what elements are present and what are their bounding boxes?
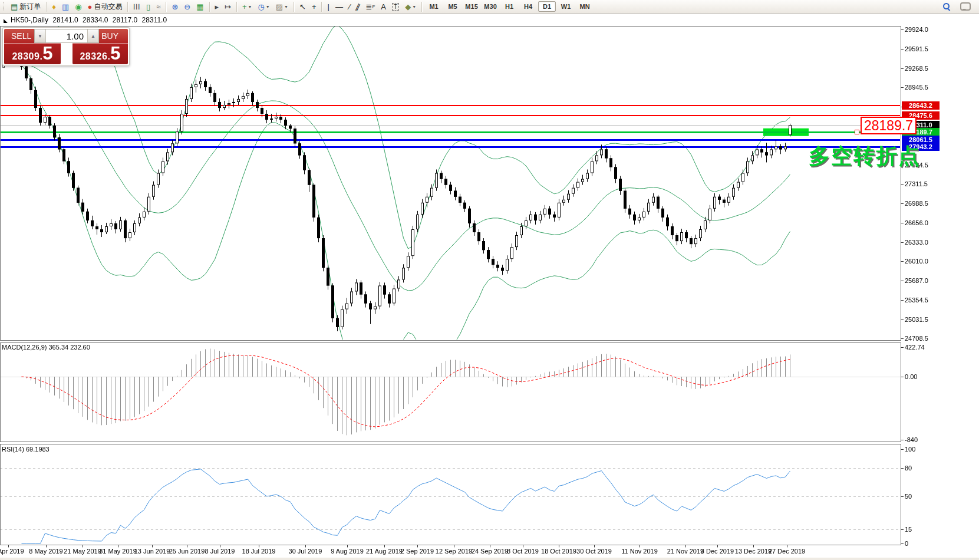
new-order-button-label: 新订单 <box>19 2 41 12</box>
y-axis-tick: 25687.0 <box>905 277 928 284</box>
autotrading-button[interactable]: ●自动交易 <box>85 1 125 12</box>
ohlc-high: 28334.0 <box>83 16 108 24</box>
dropdown-caret-icon: ▼ <box>266 5 270 9</box>
horizontal-line-icon: — <box>335 3 343 11</box>
timeframe-h1[interactable]: H1 <box>500 1 518 12</box>
y-axis-tick: 26988.5 <box>905 200 928 207</box>
x-axis-date-label: 13 Jun 2019 <box>134 548 170 555</box>
auto-scroll-button[interactable]: ▸ <box>213 1 222 12</box>
market-watch-icon-button[interactable]: ♦ <box>50 1 58 12</box>
new-order-button[interactable]: ▤新订单 <box>8 1 43 12</box>
cursor-button[interactable]: ↖ <box>297 1 308 12</box>
macd-label: MACD(12,26,9) 365.34 232.60 <box>2 344 90 351</box>
x-axis-date-label: 30 Oct 2019 <box>576 548 612 555</box>
dropdown-caret-icon: ▼ <box>248 5 252 9</box>
timeframe-w1[interactable]: W1 <box>557 1 575 12</box>
x-axis-date-label: 24 Sep 2019 <box>472 548 508 555</box>
y-axis-tick: 29924.0 <box>905 26 928 33</box>
chat-icon[interactable] <box>960 2 971 11</box>
x-axis-date-label: 18 Oct 2019 <box>541 548 576 555</box>
x-axis-date-label: 13 Dec 2019 <box>735 548 772 555</box>
periods-button[interactable]: ◷▼ <box>255 1 272 12</box>
chart-canvas[interactable] <box>0 0 979 560</box>
channel-button[interactable]: ∥ <box>354 1 362 12</box>
timeframe-m5[interactable]: M5 <box>444 1 462 12</box>
timeframe-h4[interactable]: H4 <box>519 1 537 12</box>
charts-icon-icon: ▥ <box>62 3 69 11</box>
new-order-icon: ▤ <box>11 3 18 11</box>
horizontal-line-button[interactable]: — <box>333 1 345 12</box>
templates-button[interactable]: ▨▼ <box>273 1 291 12</box>
rsi-axis-tick: 0 <box>905 540 908 547</box>
chart-title: ◣HK50-,Daily 28141.0 28334.0 28117.0 283… <box>4 16 169 24</box>
x-axis-date-label: 30 Jul 2019 <box>289 548 322 555</box>
vertical-line-button[interactable]: | <box>325 1 331 12</box>
dropdown-caret-icon: ▼ <box>284 5 288 9</box>
x-axis-date-label: 9 Aug 2019 <box>331 548 364 555</box>
rsi-label: RSI(14) 69.1983 <box>2 446 50 453</box>
price-level-tag[interactable]: 28643.2 <box>902 101 940 110</box>
autotrading-button-label: 自动交易 <box>94 2 122 12</box>
x-axis-date-label: 21 May 2019 <box>64 548 101 555</box>
macd-axis-tick: -840 <box>905 436 918 443</box>
x-axis-date-label: 8 Oct 2019 <box>507 548 539 555</box>
volume-input[interactable] <box>46 29 87 42</box>
charts-icon-button[interactable]: ▥ <box>60 1 71 12</box>
y-axis-tick: 26010.0 <box>905 258 928 265</box>
x-axis-date-label: 31 May 2019 <box>99 548 137 555</box>
signals-icon-button[interactable]: ◉ <box>72 1 84 12</box>
bar-chart-icon: ☰ <box>133 3 141 10</box>
y-axis-tick: 29268.5 <box>905 65 928 72</box>
indicators-icon: + <box>242 3 247 11</box>
y-axis-tick: 28945.5 <box>905 84 928 91</box>
toolbar-grip <box>4 2 6 11</box>
toolbar-separator <box>421 2 422 12</box>
toolbar-separator <box>127 2 128 12</box>
search-icon[interactable] <box>942 2 951 11</box>
autotrading-icon: ● <box>88 3 93 11</box>
y-axis-tick: 26656.0 <box>905 219 928 226</box>
timeframe-m15[interactable]: M15 <box>463 1 480 12</box>
timeframe-m1[interactable]: M1 <box>425 1 443 12</box>
arrows-button[interactable]: ◆▼ <box>403 1 418 12</box>
timeframe-mn[interactable]: MN <box>576 1 594 12</box>
text-label-button[interactable]: T <box>390 1 401 12</box>
zoom-in-button[interactable]: ⊕ <box>169 1 180 12</box>
window-marker-icon: ◣ <box>4 18 8 24</box>
text-button[interactable]: A <box>378 1 388 12</box>
toolbar: ▤新订单♦▥◉●自动交易☰▯≈⊕⊖▦▸↦+▼◷▼▨▼↖+|—∕∥≣FAT◆▼M1… <box>0 0 979 14</box>
indicators-button[interactable]: +▼ <box>240 1 255 12</box>
candlestick-chart-icon: ▯ <box>146 3 150 11</box>
buy-price: 28326.5 <box>72 46 128 62</box>
icon-subscript: F <box>372 4 375 9</box>
zoom-in-icon: ⊕ <box>172 3 178 11</box>
cn-annotation: 多空转折点 <box>809 142 921 171</box>
ohlc-low: 28117.0 <box>113 16 138 24</box>
tile-windows-icon: ▦ <box>196 3 203 11</box>
x-axis-date-label: 8 May 2019 <box>29 548 62 555</box>
timeframe-m30[interactable]: M30 <box>482 1 499 12</box>
price-callout[interactable]: 28189.7 <box>861 117 917 134</box>
volume-increase-button[interactable]: ▲ <box>87 29 98 42</box>
candlestick-chart-button[interactable]: ▯ <box>144 1 153 12</box>
fibonacci-icon: ≣ <box>366 3 373 11</box>
tile-windows-button[interactable]: ▦ <box>194 1 206 12</box>
line-chart-button[interactable]: ≈ <box>154 1 163 12</box>
volume-decrease-button[interactable]: ▼ <box>35 29 46 42</box>
bar-chart-button[interactable]: ☰ <box>131 1 143 12</box>
fibonacci-button[interactable]: ≣F <box>364 1 378 12</box>
toolbar-separator <box>294 2 294 12</box>
timeframe-d1[interactable]: D1 <box>538 1 556 12</box>
x-axis-date-label: 8 Jul 2019 <box>205 548 235 555</box>
one-click-trade-panel: SELL 28309.5 BUY 28326.5 ▼ ▲ <box>2 27 130 66</box>
y-axis-tick: 27311.5 <box>905 180 928 187</box>
chart-shift-button[interactable]: ↦ <box>222 1 233 12</box>
macd-axis-tick: 0.00 <box>905 373 917 380</box>
crosshair-button[interactable]: + <box>309 1 319 12</box>
trendline-button[interactable]: ∕ <box>347 1 352 12</box>
zoom-out-button[interactable]: ⊖ <box>182 1 193 12</box>
text-icon: A <box>381 3 386 11</box>
x-axis-date-label: 5 Apr 2019 <box>0 548 24 555</box>
toolbar-separator <box>209 2 210 12</box>
channel-icon: ∥ <box>355 2 361 11</box>
